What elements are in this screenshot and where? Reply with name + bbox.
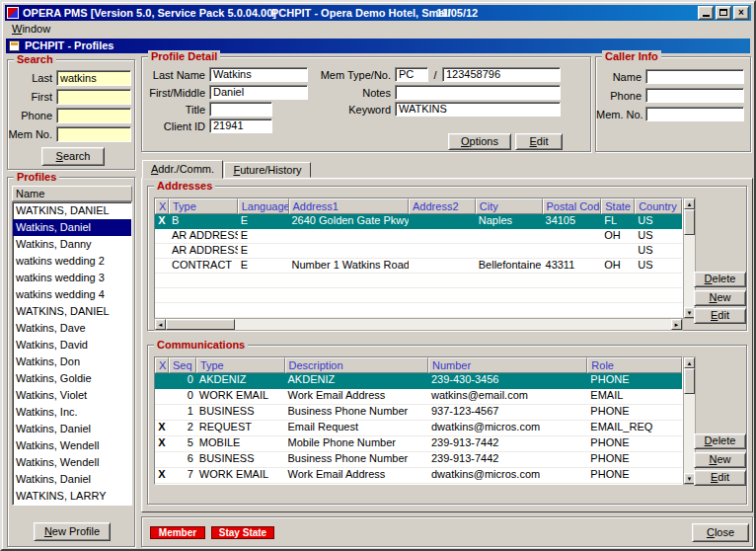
address-edit-button[interactable]: Edit <box>694 308 746 324</box>
scroll-right-icon[interactable]: ► <box>671 319 682 330</box>
column-header[interactable]: Country <box>635 198 682 214</box>
communication-new-button[interactable]: New <box>694 452 746 468</box>
table-cell: PHONE <box>587 373 682 388</box>
profile-list-item[interactable]: Watkins, Don <box>13 354 131 370</box>
table-cell <box>601 274 635 287</box>
addresses-legend: Addresses <box>154 180 215 192</box>
tab-future-history[interactable]: Future/History <box>224 162 311 178</box>
maximize-button[interactable] <box>716 6 731 20</box>
column-header[interactable]: X <box>155 357 169 373</box>
window-title: OPERA PMS [Version 5.0, Service Pack 5.0… <box>23 7 276 19</box>
first-middle-field[interactable]: Daniel <box>209 85 308 100</box>
table-row[interactable]: X5MOBILEMobile Phone Number239-913-7442P… <box>155 436 682 452</box>
address-new-button[interactable]: New <box>694 290 746 306</box>
search-first-input[interactable] <box>56 89 131 105</box>
profile-list-item[interactable]: Watkins, David <box>13 337 131 354</box>
search-mem-input[interactable] <box>56 126 131 142</box>
caller-mem-no-input[interactable] <box>645 107 744 121</box>
profiles-name-column-header[interactable]: Name <box>12 186 132 201</box>
profile-list-item[interactable]: WATKINS, LARRY <box>13 488 131 505</box>
edit-profile-button[interactable]: Edit <box>515 133 563 150</box>
tab-addr-comm[interactable]: Addr./Comm. <box>142 160 223 179</box>
close-icon: × <box>738 7 744 18</box>
scroll-up-icon[interactable]: ▲ <box>684 357 695 368</box>
profile-list-item[interactable]: WATKINS, DANIEL <box>13 202 131 219</box>
column-header[interactable]: Description <box>285 357 428 373</box>
scrollbar-thumb[interactable] <box>684 209 695 235</box>
profile-list-item[interactable]: watkins wedding 4 <box>13 286 131 303</box>
search-button[interactable]: Search <box>41 147 105 166</box>
profile-list-item[interactable]: watkins wedding 2 <box>13 253 131 270</box>
caller-name-input[interactable] <box>645 69 744 84</box>
search-last-input[interactable] <box>56 70 131 86</box>
addresses-horizontal-scrollbar[interactable]: ◄ ► <box>154 318 683 331</box>
table-row[interactable]: 0WORK EMAILWork Email Addresswatkins@ema… <box>155 389 682 405</box>
table-cell: BUSINESS <box>196 452 285 467</box>
column-header[interactable]: Language <box>238 198 289 214</box>
column-header[interactable]: Seq <box>169 357 196 373</box>
member-lamp[interactable]: Member <box>150 526 205 539</box>
scroll-left-icon[interactable]: ◄ <box>155 319 166 330</box>
close-button[interactable]: Close <box>692 523 749 542</box>
title-field[interactable] <box>209 102 272 117</box>
column-header[interactable]: Type <box>196 357 285 373</box>
profile-list-item[interactable]: Watkins, Violet <box>13 387 131 404</box>
caller-phone-input[interactable] <box>645 88 744 103</box>
profile-list-item[interactable]: Watkins, Wendell <box>13 454 131 471</box>
table-row[interactable]: 0AKDENIZAKDENIZ239-430-3456PHONE <box>155 373 682 389</box>
close-window-button[interactable]: × <box>733 6 749 20</box>
address-delete-button[interactable]: Delete <box>694 272 746 287</box>
profile-list-item[interactable]: WATKINS, DANIEL <box>13 303 131 320</box>
table-row[interactable]: X2REQUESTEmail Requestdwatkins@micros.co… <box>155 421 682 436</box>
column-header[interactable]: State <box>601 198 635 214</box>
table-cell: US <box>635 229 682 243</box>
column-header[interactable]: Number <box>428 357 587 373</box>
table-row[interactable]: 1BUSINESSBusiness Phone Number937-123-45… <box>155 405 682 421</box>
mem-no-field[interactable]: 123458796 <box>442 67 561 82</box>
table-cell: E <box>238 229 289 243</box>
last-name-field[interactable]: Watkins <box>209 67 308 82</box>
table-cell: PHONE <box>587 436 682 451</box>
mem-type-field[interactable]: PC <box>395 67 428 82</box>
scrollbar-thumb[interactable] <box>166 319 235 330</box>
minimize-button[interactable] <box>698 6 714 20</box>
table-row[interactable]: AR ADDRESSEUS <box>155 244 682 259</box>
table-row[interactable] <box>155 303 682 318</box>
client-id-field[interactable]: 21941 <box>209 118 272 133</box>
stay-state-lamp[interactable]: Stay State <box>211 526 274 539</box>
profile-list-item[interactable]: Watkins, Goldie <box>13 370 131 387</box>
profile-list-item[interactable]: Watkins, Inc. <box>13 404 131 421</box>
profile-list-item[interactable]: watkins wedding 3 <box>13 270 131 286</box>
profiles-list: WATKINS, DANIELWatkins, DanielWatkins, D… <box>12 201 132 506</box>
menu-window[interactable]: Window <box>5 21 57 37</box>
column-header[interactable]: Role <box>587 357 682 373</box>
scroll-up-icon[interactable]: ▲ <box>684 198 695 209</box>
profile-list-item[interactable]: Watkins, Danny <box>13 236 131 253</box>
table-row[interactable]: XBE2640 Golden Gate Pkwy Ste 2Naples3410… <box>155 214 682 229</box>
table-row[interactable] <box>155 274 682 288</box>
notes-field[interactable] <box>395 85 561 100</box>
column-header[interactable]: Type <box>169 198 238 214</box>
new-profile-button[interactable]: New Profile <box>34 522 111 541</box>
table-row[interactable]: CONTRACTENumber 1 Watkins RoadBellefonta… <box>155 259 682 274</box>
column-header[interactable]: City <box>476 198 543 214</box>
table-row[interactable] <box>155 288 682 303</box>
options-button[interactable]: Options <box>448 133 511 150</box>
profile-list-item[interactable]: Watkins, Dave <box>13 320 131 337</box>
scrollbar-thumb[interactable] <box>684 368 695 394</box>
communication-delete-button[interactable]: Delete <box>694 433 746 449</box>
communication-edit-button[interactable]: Edit <box>694 470 746 486</box>
keyword-field[interactable]: WATKINS <box>395 102 561 117</box>
table-row[interactable]: X7WORK EMAILWork Email Addressdwatkins@m… <box>155 468 682 484</box>
profile-list-item[interactable]: Watkins, Daniel <box>13 219 131 236</box>
profile-list-item[interactable]: Watkins, Wendell <box>13 437 131 454</box>
column-header[interactable]: Postal Code <box>543 198 602 214</box>
column-header[interactable]: X <box>155 198 169 214</box>
profile-list-item[interactable]: Watkins, Daniel <box>13 471 131 488</box>
table-row[interactable]: AR ADDRESSEOHUS <box>155 229 682 244</box>
column-header[interactable]: Address2 <box>409 198 476 214</box>
profile-list-item[interactable]: Watkins, Daniel <box>13 421 131 437</box>
column-header[interactable]: Address1 <box>289 198 410 214</box>
table-row[interactable]: 6BUSINESSBusiness Phone Number239-913-74… <box>155 452 682 468</box>
search-phone-input[interactable] <box>56 108 131 123</box>
